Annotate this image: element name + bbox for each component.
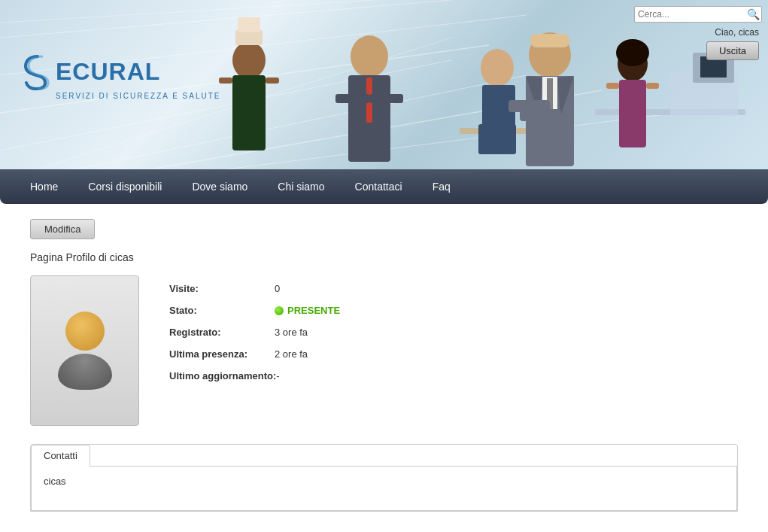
svg-rect-34 [530,34,569,47]
svg-point-24 [481,49,514,87]
registrato-row: Registrato: 3 ore fa [169,327,738,338]
svg-rect-32 [646,83,659,89]
avatar-head [65,312,105,351]
search-icon[interactable]: 🔍 [747,8,760,20]
svg-rect-30 [619,80,646,147]
greeting: Ciao, cicas [715,27,759,38]
svg-point-13 [232,41,266,79]
nav-contattaci[interactable]: Contattaci [340,170,417,203]
ultimo-aggiornamento-row: Ultimo aggiornamento: - [169,370,738,382]
avatar [30,275,139,426]
svg-rect-18 [266,78,279,84]
registrato-label: Registrato: [169,327,275,338]
uscita-button[interactable]: Uscita [706,41,759,60]
ultimo-aggiornamento-label: Ultimo aggiornamento: [169,370,276,382]
contacts-section: Contatti cicas [30,444,738,512]
svg-rect-27 [478,124,516,154]
search-box[interactable]: 🔍 [634,6,762,23]
ultima-presenza-value: 2 ore fa [275,348,308,360]
nav-faq[interactable]: Faq [417,170,466,203]
svg-rect-17 [219,78,232,84]
nav-chi[interactable]: Chi siamo [263,170,339,203]
stato-row: Stato: PRESENTE [169,305,738,316]
svg-rect-16 [238,17,260,32]
nav-dove[interactable]: Dove siamo [177,170,263,203]
logo-subtitle: SERVIZI DI SICUREZZA E SALUTE [56,92,221,100]
visite-value: 0 [275,283,280,294]
status-dot [275,306,284,315]
search-input[interactable] [638,9,747,20]
navbar: Home Corsi disponibili Dove siamo Chi si… [0,169,768,204]
page-title: Pagina Profilo di cicas [30,251,738,263]
ultimo-aggiornamento-value: - [276,370,279,382]
logo-s-icon [23,53,53,90]
nav-home[interactable]: Home [15,170,73,203]
profile-info: Visite: 0 Stato: PRESENTE Registrato: 3 … [169,275,738,392]
svg-rect-22 [335,94,369,103]
avatar-body [58,354,112,390]
svg-point-19 [351,35,388,78]
contacts-tab[interactable]: Contatti [31,445,90,467]
svg-rect-41 [520,109,561,121]
svg-point-29 [616,39,649,66]
svg-rect-23 [369,94,403,103]
status-present: PRESENTE [275,305,340,316]
modifica-button[interactable]: Modifica [30,219,95,239]
contacts-body: cicas [31,466,737,511]
nav-corsi[interactable]: Corsi disponibili [73,170,177,203]
logo-icon: ECURAL [23,53,160,90]
stato-value: PRESENTE [287,305,340,316]
contact-name: cicas [44,476,66,487]
ultima-presenza-label: Ultima presenza: [169,348,275,360]
logo-area: ECURAL SERVIZI DI SICUREZZA E SALUTE [23,53,221,100]
logo-text: ECURAL [56,59,160,84]
visite-label: Visite: [169,283,275,294]
profile-section: Visite: 0 Stato: PRESENTE Registrato: 3 … [30,275,738,426]
ultima-presenza-row: Ultima presenza: 2 ore fa [169,348,738,360]
svg-rect-14 [232,75,266,150]
svg-rect-31 [606,83,619,89]
stato-label: Stato: [169,305,275,316]
registrato-value: 3 ore fa [275,327,308,338]
visite-row: Visite: 0 [169,283,738,294]
main-content: Modifica Pagina Profilo di cicas Visite:… [0,204,768,527]
header: 🔍 Ciao, cicas Uscita ECURAL SERVIZI DI S… [0,0,768,169]
header-top-bar: 🔍 [634,6,762,23]
